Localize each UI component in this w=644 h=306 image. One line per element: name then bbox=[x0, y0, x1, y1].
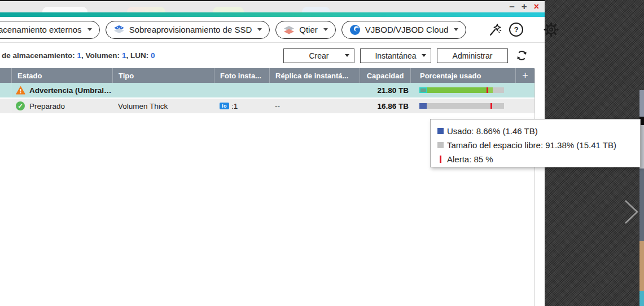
status-text: Preparado bbox=[29, 102, 65, 110]
add-column-button[interactable]: + bbox=[515, 68, 535, 83]
replica-cell: -- bbox=[269, 99, 360, 113]
screenshot-stage: – + × de almacenamiento externos bbox=[0, 0, 644, 306]
tooltip-free-row: Tamaño del espacio libre: 91.38% (15.41 … bbox=[437, 138, 633, 152]
header-replica-label: Réplica de instantá... bbox=[275, 72, 348, 80]
background-tab-ghost bbox=[213, 7, 244, 12]
chevron-down-icon bbox=[454, 28, 458, 31]
qtier-dropdown[interactable]: Qtier bbox=[275, 21, 336, 39]
desktop-edge-sliver bbox=[639, 291, 644, 306]
help-glyph: ? bbox=[514, 25, 519, 34]
storage-count-value: 1 bbox=[77, 51, 82, 60]
qtier-label: Qtier bbox=[299, 25, 318, 34]
snapshot-badge-icon[interactable]: Io bbox=[220, 103, 229, 109]
replica-cell bbox=[269, 83, 360, 97]
usage-bar bbox=[419, 87, 504, 93]
ssd-stack-icon bbox=[113, 25, 125, 35]
accent-bar bbox=[0, 12, 545, 17]
snapshot-button[interactable]: Instantánea bbox=[360, 48, 431, 63]
add-column-glyph: + bbox=[522, 70, 528, 82]
snapshot-count: :1 bbox=[231, 102, 238, 110]
header-snapshot[interactable]: Foto insta... bbox=[214, 68, 269, 83]
row-expander-cell bbox=[0, 83, 11, 97]
comma: , bbox=[126, 51, 128, 60]
tooltip-used-text: Usado: 8.66% (1.46 TB) bbox=[447, 126, 538, 136]
vjbod-label: VJBOD/VJBOD Cloud bbox=[365, 25, 449, 34]
background-tab-ghost bbox=[302, 7, 330, 12]
snapshot-cell bbox=[214, 83, 269, 97]
ssd-overprovisioning-label: Sobreaprovisionamiento de SSD bbox=[129, 25, 252, 34]
chevron-down-icon bbox=[323, 28, 328, 31]
refresh-icon[interactable] bbox=[515, 48, 529, 63]
warning-icon bbox=[16, 86, 25, 95]
lun-count-label: LUN: bbox=[130, 51, 148, 60]
create-label: Crear bbox=[309, 51, 328, 60]
chevron-down-icon bbox=[87, 28, 92, 31]
capacity-cell: 21.80 TB bbox=[360, 83, 410, 97]
window-controls: – + × bbox=[509, 1, 539, 12]
header-capacity[interactable]: Capacidad bbox=[360, 68, 410, 83]
header-replica[interactable]: Réplica de instantá... bbox=[269, 68, 360, 83]
action-bar: de almacenamiento: 1, Volumen: 1, LUN: 0… bbox=[0, 43, 545, 68]
type-cell: Volumen Thick bbox=[112, 99, 214, 113]
tooltip-free-text: Tamaño del espacio libre: 91.38% (15.41 … bbox=[447, 140, 616, 150]
manage-label: Administrar bbox=[453, 51, 493, 60]
status-cell: Advertencia (Umbral alc... bbox=[11, 83, 112, 97]
manage-button[interactable]: Administrar bbox=[437, 48, 508, 63]
wizard-wand-icon[interactable] bbox=[488, 23, 502, 37]
usage-cell bbox=[410, 83, 515, 97]
qtier-layers-icon bbox=[283, 25, 295, 35]
ssd-overprovisioning-dropdown[interactable]: Sobreaprovisionamiento de SSD bbox=[106, 21, 270, 39]
vjbod-cloud-icon bbox=[349, 24, 361, 36]
free-legend-swatch bbox=[437, 142, 444, 148]
usage-cell bbox=[410, 99, 515, 113]
storage-summary: de almacenamiento: 1, Volumen: 1, LUN: 0 bbox=[2, 51, 155, 60]
settings-gear-icon[interactable] bbox=[544, 22, 559, 37]
volumes-table: Estado Tipo Foto insta... Réplica de ins… bbox=[0, 68, 535, 114]
volume-count-label: Volumen: bbox=[86, 51, 120, 60]
header-type-label: Tipo bbox=[119, 72, 134, 80]
vjbod-dropdown[interactable]: VJBOD/VJBOD Cloud bbox=[341, 21, 467, 39]
row-end-cell bbox=[515, 99, 535, 113]
background-tab-ghost bbox=[42, 7, 87, 12]
header-capacity-label: Capacidad bbox=[367, 72, 404, 80]
storage-count-label: de almacenamiento: bbox=[2, 51, 75, 60]
used-legend-swatch bbox=[437, 128, 444, 134]
desktop-edge-sliver bbox=[639, 241, 644, 291]
header-spacer bbox=[0, 68, 11, 83]
create-button[interactable]: Crear bbox=[283, 48, 354, 63]
header-percent-used[interactable]: Porcentaje usado bbox=[410, 68, 515, 83]
comma: , bbox=[81, 51, 84, 60]
ready-check-icon: ✓ bbox=[16, 101, 25, 110]
table-row-pool-warning[interactable]: Advertencia (Umbral alc... 21.80 TB bbox=[0, 83, 535, 99]
type-cell bbox=[112, 83, 214, 97]
header-type[interactable]: Tipo bbox=[112, 68, 214, 83]
help-icon[interactable]: ? bbox=[509, 23, 523, 37]
chevron-down-icon bbox=[257, 28, 262, 31]
background-tab-ghost bbox=[127, 7, 165, 12]
external-storage-label: de almacenamiento externos bbox=[0, 25, 82, 34]
minimize-button[interactable]: – bbox=[509, 1, 514, 12]
window-titlebar: – + × bbox=[0, 1, 545, 12]
snapshot-label: Instantánea bbox=[375, 51, 416, 60]
desktop-edge-sliver bbox=[639, 90, 644, 117]
status-text: Advertencia (Umbral alc... bbox=[29, 86, 112, 95]
header-status[interactable]: Estado bbox=[11, 68, 112, 83]
header-status-label: Estado bbox=[17, 72, 42, 80]
table-right-border bbox=[535, 69, 535, 306]
capacity-cell: 16.86 TB bbox=[360, 99, 410, 113]
tooltip-used-row: Usado: 8.66% (1.46 TB) bbox=[437, 124, 633, 138]
snapshot-cell: Io :1 bbox=[214, 99, 269, 113]
chevron-down-icon bbox=[345, 54, 349, 57]
alert-legend-tick bbox=[440, 156, 441, 163]
tooltip-alert-row: Alerta: 85 % bbox=[437, 152, 633, 166]
toolbar: de almacenamiento externos Sobreaprovisi… bbox=[0, 17, 545, 42]
maximize-button[interactable]: + bbox=[522, 1, 527, 12]
chevron-down-icon bbox=[422, 54, 426, 57]
close-button[interactable]: × bbox=[534, 1, 539, 12]
usage-bar bbox=[419, 103, 504, 109]
header-snapshot-label: Foto insta... bbox=[220, 72, 261, 80]
status-cell: ✓ Preparado bbox=[11, 99, 112, 113]
next-arrow-icon[interactable] bbox=[621, 197, 641, 229]
table-row-volume-ready[interactable]: ✓ Preparado Volumen Thick Io :1 -- 16.86… bbox=[0, 99, 535, 114]
external-storage-dropdown[interactable]: de almacenamiento externos bbox=[0, 21, 100, 39]
